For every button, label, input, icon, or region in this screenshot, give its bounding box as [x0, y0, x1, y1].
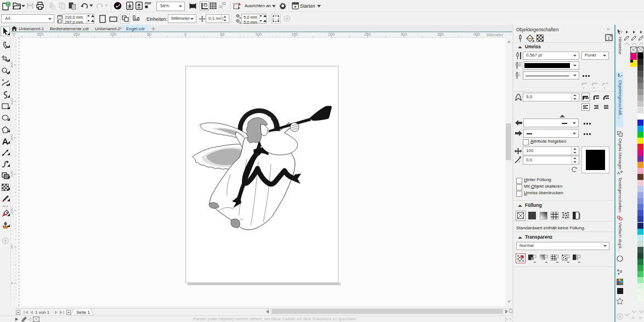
svg-text:?: ? — [620, 30, 623, 34]
svg-text:A: A — [617, 171, 620, 176]
svg-text:1: 1 — [608, 36, 611, 41]
